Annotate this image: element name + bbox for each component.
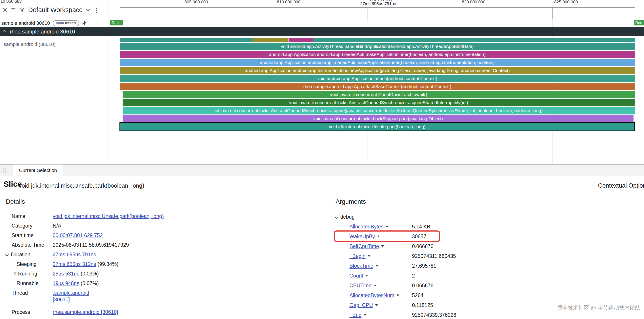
details-label-text: Start time	[12, 233, 34, 239]
pinned-track-row[interactable]: sample.android 30610 main thread	[0, 19, 108, 27]
details-label-text: Absolute Time	[12, 242, 44, 248]
details-value-link[interactable]: rhea.sample.android [30610]	[53, 309, 118, 315]
details-row: Processrhea.sample.android [30610]	[0, 308, 329, 317]
run-query-badge[interactable]: Run...	[110, 20, 123, 25]
expand-chevron-icon[interactable]	[12, 272, 16, 276]
argument-key[interactable]: _Begin	[350, 251, 370, 261]
details-row: Runnable19us 948ns (0.07%)	[0, 279, 329, 288]
ruler-tick	[183, 7, 183, 19]
selection-title-row: Slice void jdk.internal.misc.Unsafe.park…	[0, 176, 644, 194]
run-query-badge-right[interactable]: Run...	[634, 20, 644, 25]
argument-key[interactable]: CPUTime	[350, 281, 376, 291]
argument-key[interactable]: BlockTime	[350, 261, 378, 271]
details-value-link[interactable]: void jdk.internal.misc.Unsafe.park(boole…	[53, 213, 164, 219]
argument-value: 0.066676	[412, 241, 434, 251]
workspace-selector[interactable]: Default Workspace	[28, 6, 82, 13]
dropdown-caret-icon	[386, 226, 388, 228]
workspace-menu-kebab-icon[interactable]	[96, 7, 97, 9]
pinned-track-name: sample.android 30610	[1, 20, 50, 26]
flame-slice-label: void android.app.Application.attach(andr…	[120, 75, 634, 82]
details-label-text: Duration	[11, 252, 30, 258]
details-label-text: Name	[12, 213, 25, 219]
details-heading: Details	[6, 198, 25, 205]
argument-key[interactable]: Count	[350, 271, 368, 281]
details-value-link[interactable]: 25us 531ns	[53, 271, 79, 277]
details-value-link[interactable]: 27ms 695us 791ns	[53, 252, 96, 258]
pin-icon[interactable]	[81, 20, 87, 26]
flame-slice[interactable]: android.app.Application android.app.Load…	[120, 59, 634, 66]
details-heading-separator	[0, 208, 329, 208]
argument-key[interactable]: _End	[350, 310, 366, 319]
details-row: User ID10504	[0, 317, 329, 319]
flame-slice[interactable]: android.app.Application android.app.Inst…	[120, 67, 634, 74]
ruler-tick-label: 805 000 000	[184, 0, 208, 4]
argument-row: _End925074339.376226	[329, 310, 644, 319]
flame-slice-partial[interactable]	[313, 38, 634, 42]
flame-slice-label: void java.util.concurrent.locks.LockSupp…	[122, 115, 634, 122]
details-value-link[interactable]: 27ms 650us 312ns	[53, 261, 96, 267]
collapse-process-chevron-icon[interactable]	[3, 30, 6, 34]
flame-slice[interactable]: int java.util.concurrent.locks.AbstractQ…	[122, 107, 634, 114]
argument-value: 5264	[412, 291, 424, 300]
details-value-link[interactable]: 00:00:07.801 629 752	[53, 233, 103, 238]
ruler-tick-label: 820 000 000	[462, 0, 486, 4]
drawer-drag-handle-icon[interactable]	[3, 168, 4, 169]
flame-slice-label: void java.util.concurrent.CountDownLatch…	[122, 91, 634, 98]
flame-slice-label: void jdk.internal.misc.Unsafe.park(boole…	[120, 123, 634, 130]
flame-slice[interactable]: void java.util.concurrent.CountDownLatch…	[122, 91, 634, 98]
contextual-options-button[interactable]: Contextual Options	[598, 182, 644, 189]
details-value: 27ms 650us 312ns (99.84%)	[53, 260, 118, 269]
details-label: Duration	[0, 250, 329, 260]
details-row: Absolute Time2025-06-03T11:58:09.6194179…	[0, 240, 329, 250]
details-label: User ID	[0, 317, 329, 319]
arguments-group-debug[interactable]: debug	[329, 212, 354, 222]
details-value: .sample.android [30610]	[53, 288, 104, 303]
flame-slice[interactable]: void android.app.Application.attach(andr…	[120, 75, 634, 82]
argument-value: 0.118125	[412, 300, 433, 310]
process-group-header[interactable]: rhea.sample.android 30610	[0, 27, 644, 36]
argument-row: BlockTime27.695781	[329, 261, 644, 271]
main-thread-chip: main thread	[53, 20, 79, 26]
flame-slice-partial[interactable]	[120, 38, 253, 42]
collapse-debug-chevron-icon[interactable]	[335, 215, 338, 219]
ruler-tick	[275, 7, 275, 19]
filter-list-icon[interactable]	[10, 6, 17, 13]
argument-key[interactable]: AllocatedBytesNum	[350, 291, 399, 300]
workspace-dropdown-chevron-icon[interactable]	[86, 7, 91, 11]
details-label-text: Sleeping	[16, 261, 36, 267]
clear-selection-icon[interactable]	[1, 6, 8, 13]
argument-row: AllocatedBytesNum5264	[329, 291, 644, 300]
details-value-link[interactable]: 19us 948ns	[53, 281, 79, 286]
details-value: N/A	[53, 221, 61, 231]
flame-slice[interactable]: rhea.sample.android.app.App.attachBaseCo…	[120, 83, 634, 90]
flame-slice-label: int java.util.concurrent.locks.AbstractQ…	[122, 107, 634, 114]
details-table: Namevoid jdk.internal.misc.Unsafe.park(b…	[0, 212, 329, 319]
argument-key-text: Count	[350, 273, 363, 279]
details-value: void jdk.internal.misc.Unsafe.park(boole…	[53, 212, 164, 221]
drawer-tab-bar: Current Selection	[0, 164, 644, 176]
process-group-title: rhea.sample.android 30610	[10, 28, 75, 35]
details-value-link[interactable]: .sample.android [30610]	[53, 290, 89, 303]
dropdown-caret-icon	[365, 275, 368, 277]
argument-key[interactable]: SelfCpuTime	[350, 241, 384, 251]
flame-slice[interactable]: void java.util.concurrent.locks.LockSupp…	[122, 115, 634, 122]
ruler-corner-timestamp: 10 050 683	[0, 0, 22, 4]
tab-current-selection[interactable]: Current Selection	[13, 164, 63, 176]
details-label: Name	[0, 212, 329, 221]
flame-slice[interactable]: void android.app.ActivityThread.handleBi…	[120, 43, 634, 50]
flame-slice-selected[interactable]: void jdk.internal.misc.Unsafe.park(boole…	[120, 123, 634, 130]
flame-slice-partial[interactable]	[253, 38, 288, 42]
thread-track-label[interactable]: .sample.android (30610)	[2, 41, 56, 47]
collapse-chevron-icon[interactable]	[5, 253, 9, 257]
argument-key[interactable]: WakeUpBy	[350, 232, 380, 241]
argument-key[interactable]: AllocatedBytes	[350, 222, 388, 232]
flame-slice[interactable]: void java.util.concurrent.locks.Abstract…	[122, 99, 634, 106]
flame-slice-partial[interactable]	[289, 38, 312, 42]
details-value: 19us 948ns (0.07%)	[53, 279, 99, 288]
argument-key[interactable]: Gap_CPU	[350, 300, 378, 310]
ruler-tick	[552, 7, 553, 19]
ruler-tick-label: 810 000 000	[277, 0, 300, 4]
details-label: Running	[0, 269, 329, 279]
flame-slice[interactable]: android.app.Application android.app.Load…	[120, 51, 634, 58]
funnel-filter-icon[interactable]	[18, 6, 26, 13]
